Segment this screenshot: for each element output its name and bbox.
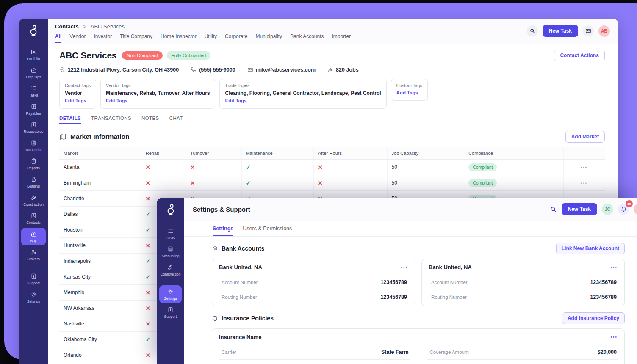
x-icon: ✕: [146, 290, 150, 296]
tag-card-link-edit-tags[interactable]: Edit Tags: [225, 98, 246, 103]
detail-tab-notes[interactable]: NOTES: [141, 116, 159, 124]
tab-all[interactable]: All: [55, 33, 61, 43]
tab-investor[interactable]: Investor: [94, 33, 112, 43]
detail-tab-transactions[interactable]: TRANSACTIONS: [91, 116, 131, 124]
card-menu-button[interactable]: •••: [401, 265, 408, 270]
tab-corporate[interactable]: Corporate: [225, 33, 247, 43]
sidebar-item-label: Brokers: [27, 257, 39, 261]
search-icon[interactable]: [550, 206, 557, 213]
market-cell: NW Arkansas: [59, 301, 141, 316]
market-cell: Atlanta: [59, 160, 141, 175]
field-value: 123456789: [380, 279, 407, 285]
location-pin-icon: [59, 67, 65, 73]
breadcrumb-root[interactable]: Contacts: [55, 23, 79, 30]
support-icon: [167, 306, 174, 313]
field-value: 123456789: [590, 279, 617, 285]
market-cell: Dallas: [59, 207, 141, 222]
sidebar-item-portfolio[interactable]: Portfolio: [21, 46, 46, 63]
sidebar-item-leasing[interactable]: Leasing: [21, 173, 46, 191]
after-hours-cell: ✕: [313, 160, 387, 175]
duck-logo-icon: [19, 19, 48, 42]
sidebar-item-construction[interactable]: Construction: [21, 191, 46, 209]
sidebar-item-support[interactable]: Support: [21, 270, 46, 288]
tab-utility[interactable]: Utility: [205, 33, 217, 43]
sidebar-item-buy[interactable]: Buy: [21, 228, 46, 245]
card-menu-button[interactable]: •••: [610, 335, 618, 339]
sidebar-item-label: Portfolio: [27, 57, 40, 61]
insurance-fields-grid: CarrierState FarmPolicy Number123456789C…: [212, 345, 624, 364]
card-menu-button[interactable]: •••: [610, 265, 618, 270]
settings-tab-users-permissions[interactable]: Users & Permissions: [243, 226, 292, 236]
x-icon: ✕: [146, 352, 150, 358]
field-row-policy-number: Policy Number123456789: [219, 359, 410, 364]
sidebar-item-contacts[interactable]: Contacts: [21, 210, 46, 227]
maintenance-cell: ✓: [241, 160, 313, 175]
sidebar-item-prop-ops[interactable]: Prop Ops: [21, 64, 46, 82]
column-header-turnover: Turnover: [186, 147, 241, 160]
maintenance-cell: ✓: [241, 175, 313, 191]
search-icon: [529, 28, 535, 34]
row-actions-button[interactable]: •••: [581, 165, 587, 170]
tab-vendor[interactable]: Vendor: [69, 33, 86, 43]
field-row-account-number: Account Number123456789: [429, 275, 618, 290]
sidebar-item-label: Reports: [27, 166, 40, 170]
row-actions-button[interactable]: •••: [581, 181, 587, 185]
tab-title-company[interactable]: Title Company: [120, 33, 152, 43]
settings-sidebar: TasksAccountingConstructionSettingsSuppo…: [157, 198, 184, 364]
market-section-header: Market Information Add Market: [59, 131, 605, 143]
search-button[interactable]: [527, 25, 538, 36]
bank-account-card: Bank United, NA•••Account Number12345678…: [421, 259, 625, 306]
user-avatar[interactable]: AB: [598, 25, 610, 37]
sidebar-item-tasks[interactable]: Tasks: [159, 225, 182, 243]
receivables-icon: [30, 121, 37, 128]
sidebar-item-brokers[interactable]: Brokers: [21, 246, 46, 264]
field-row-coverage-amount: Coverage Amount$20,000: [427, 345, 618, 359]
sidebar-item-accounting[interactable]: Accounting: [21, 137, 46, 154]
sidebar-item-tasks[interactable]: Tasks: [21, 82, 46, 100]
contact-actions-button[interactable]: Contact Actions: [554, 50, 605, 61]
buy-icon: [30, 231, 37, 237]
link-new-bank-account-button[interactable]: Link New Bank Account: [556, 243, 625, 254]
check-icon: ✓: [246, 164, 251, 171]
user-avatar[interactable]: JC: [602, 204, 613, 215]
sidebar-item-settings[interactable]: Settings: [21, 288, 46, 306]
settings-tab-settings[interactable]: Settings: [213, 226, 233, 236]
main-sidebar-items: PortfolioProp OpsTasksPayablesReceivable…: [19, 42, 48, 306]
settings-tabs: SettingsUsers & Permissions: [184, 221, 637, 237]
tag-card-title: Trade Types: [225, 83, 381, 88]
notifications-button[interactable]: 10: [618, 204, 629, 215]
settings-icon: [30, 291, 37, 298]
sidebar-item-receivables[interactable]: Receivables: [21, 119, 46, 136]
brokers-icon: [30, 249, 37, 255]
detail-tab-details[interactable]: DETAILS: [59, 116, 81, 124]
add-market-button[interactable]: Add Market: [565, 131, 605, 143]
tab-importer[interactable]: Importer: [332, 33, 351, 43]
sidebar-item-payables[interactable]: Payables: [21, 100, 46, 118]
bank-account-card: Bank United, NA•••Account Number12345678…: [212, 259, 415, 306]
sidebar-item-support[interactable]: Support: [159, 303, 182, 321]
tag-card-link-edit-tags[interactable]: Edit Tags: [65, 98, 86, 103]
tab-home-inspector[interactable]: Home Inspector: [161, 33, 197, 43]
page-title: ABC Services: [59, 50, 116, 61]
sidebar-item-label: Support: [27, 281, 40, 285]
tab-bank-accounts[interactable]: Bank Accounts: [290, 33, 324, 43]
compliance-cell: Compliant: [464, 160, 563, 175]
market-cell: Houston: [59, 222, 141, 238]
compliance-badge: Compliant: [468, 163, 497, 171]
tag-card-link-add-tags[interactable]: Add Tags: [396, 90, 418, 95]
sidebar-item-reports[interactable]: Reports: [21, 155, 46, 173]
sidebar-item-settings[interactable]: Settings: [159, 285, 182, 303]
sidebar-item-accounting[interactable]: Accounting: [159, 243, 182, 261]
tag-card-link-edit-tags[interactable]: Edit Tags: [106, 98, 127, 103]
new-task-button[interactable]: New Task: [543, 25, 578, 37]
new-task-button[interactable]: New Task: [562, 203, 597, 215]
add-insurance-policy-button[interactable]: Add Insurance Policy: [562, 312, 625, 324]
messages-button[interactable]: [583, 25, 594, 36]
sidebar-item-construction[interactable]: Construction: [159, 261, 182, 279]
tab-municipality[interactable]: Municipality: [255, 33, 282, 43]
detail-tab-chat[interactable]: CHAT: [169, 116, 183, 124]
main-topbar: Contacts > ABC Services AllVendorInvesto…: [48, 19, 618, 44]
settings-sidebar-items: TasksAccountingConstructionSettingsSuppo…: [157, 221, 184, 321]
tag-card-title: Vendor Tags: [106, 83, 210, 88]
tag-card-title: Contact Tags: [65, 83, 91, 88]
